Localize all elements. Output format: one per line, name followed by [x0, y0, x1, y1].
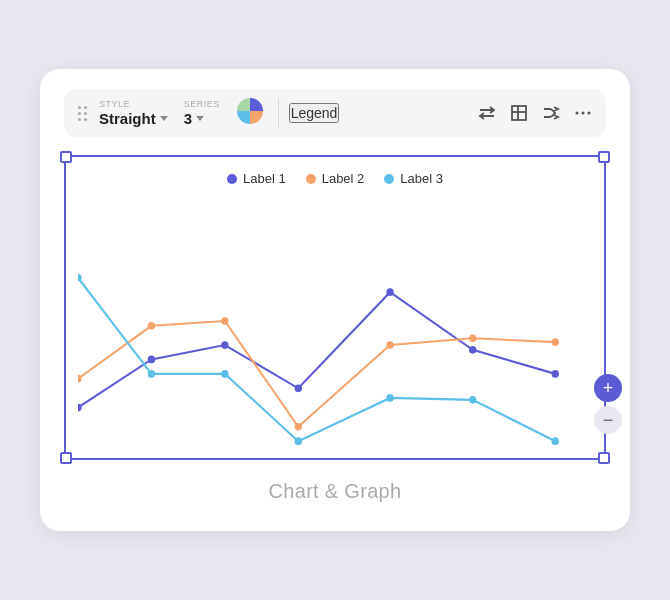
chart-svg [78, 196, 592, 446]
series-1-dot [552, 370, 559, 378]
svg-point-5 [582, 112, 585, 115]
legend-dot-1 [227, 174, 237, 184]
series-2-dot [469, 334, 476, 342]
svg-point-6 [588, 112, 591, 115]
legend-dot-2 [306, 174, 316, 184]
zoom-controls: + − [594, 374, 622, 434]
resize-handle-tr[interactable] [598, 151, 610, 163]
more-options-icon[interactable] [574, 104, 592, 122]
series-3-dot [386, 394, 393, 402]
series-line-1 [78, 292, 555, 407]
chart-legend: Label 1 Label 2 Label 3 [78, 171, 592, 186]
series-1-dot [148, 356, 155, 364]
series-1-dot [295, 384, 302, 392]
series-chevron-icon [196, 116, 204, 121]
style-group: STYLE Straight [99, 99, 168, 127]
legend-label-1: Label 1 [243, 171, 286, 186]
style-label: STYLE [99, 99, 168, 109]
pie-chart-icon [236, 97, 264, 125]
series-value[interactable]: 3 [184, 110, 220, 127]
zoom-out-button[interactable]: − [594, 406, 622, 434]
series-3-dot [552, 437, 559, 445]
series-2-dot [148, 322, 155, 330]
series-2-dot [295, 423, 302, 431]
legend-item-1: Label 1 [227, 171, 286, 186]
series-3-dot [295, 437, 302, 445]
resize-handle-tl[interactable] [60, 151, 72, 163]
series-group: SERIES 3 [184, 99, 220, 127]
style-value[interactable]: Straight [99, 110, 168, 127]
color-picker-button[interactable] [236, 97, 264, 129]
legend-button[interactable]: Legend [289, 103, 340, 123]
legend-item-3: Label 3 [384, 171, 443, 186]
swap-axes-icon[interactable] [478, 104, 496, 122]
series-3-dot [148, 370, 155, 378]
grid-icon[interactable] [510, 104, 528, 122]
toolbar-icons [478, 104, 592, 122]
legend-label-2: Label 2 [322, 171, 365, 186]
series-2-dot [386, 341, 393, 349]
toolbar: STYLE Straight SERIES 3 Legend [64, 89, 606, 137]
series-2-dot [221, 317, 228, 325]
drag-handle[interactable] [78, 106, 87, 121]
series-3-dot [469, 396, 476, 404]
style-chevron-icon [160, 116, 168, 121]
svg-rect-1 [512, 106, 526, 120]
card: STYLE Straight SERIES 3 Legend [40, 69, 630, 531]
legend-dot-3 [384, 174, 394, 184]
resize-handle-br[interactable] [598, 452, 610, 464]
chart-title: Chart & Graph [64, 480, 606, 503]
series-3-dot [221, 370, 228, 378]
shuffle-icon[interactable] [542, 104, 560, 122]
series-1-dot [469, 346, 476, 354]
legend-item-2: Label 2 [306, 171, 365, 186]
series-1-dot [386, 288, 393, 296]
resize-handle-bl[interactable] [60, 452, 72, 464]
series-1-dot [221, 341, 228, 349]
divider [278, 98, 279, 128]
series-label: SERIES [184, 99, 220, 109]
zoom-in-button[interactable]: + [594, 374, 622, 402]
chart-container: + − Label 1 Label 2 Label 3 [64, 155, 606, 460]
legend-label-3: Label 3 [400, 171, 443, 186]
series-2-dot [552, 338, 559, 346]
svg-point-4 [576, 112, 579, 115]
